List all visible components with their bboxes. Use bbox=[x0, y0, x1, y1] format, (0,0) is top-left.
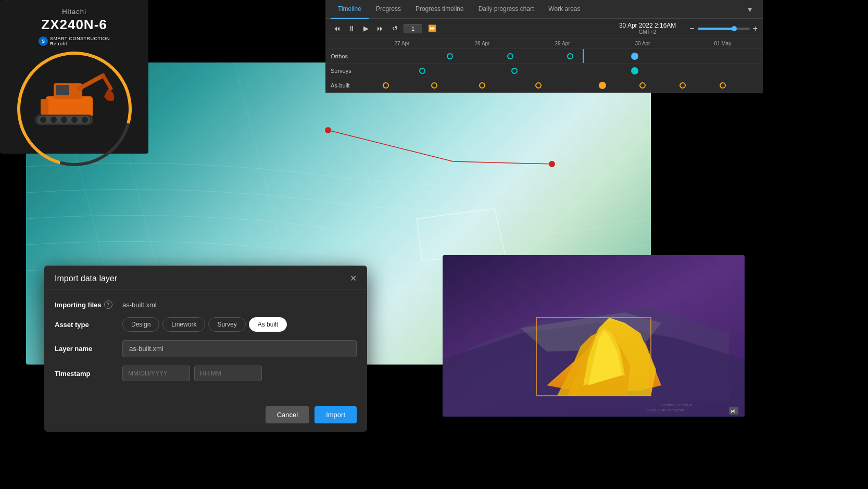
asbuilt-row: As-built bbox=[325, 78, 763, 93]
importing-files-label: Importing files ? bbox=[55, 300, 122, 309]
timestamp-time-input[interactable] bbox=[194, 366, 262, 381]
timestamp-tz: GMT+2 bbox=[619, 29, 676, 35]
surveys-dot-3[interactable] bbox=[631, 67, 638, 74]
timestamp-main: 30 Apr 2022 2:16AM bbox=[619, 22, 676, 29]
svg-point-15 bbox=[61, 117, 67, 123]
hitachi-model: ZX240N-6 bbox=[41, 17, 107, 33]
timeline-controls: ⏮ ⏸ ▶ ⏭ ↺ ⏩ 30 Apr 2022 2:16AM GMT+2 − + bbox=[325, 19, 763, 39]
import-button[interactable]: Import bbox=[315, 406, 357, 423]
timestamp-inputs bbox=[122, 366, 262, 381]
help-icon[interactable]: ? bbox=[104, 300, 112, 309]
date-30apr: 30 Apr bbox=[602, 41, 683, 46]
zoom-slider[interactable] bbox=[698, 28, 750, 30]
zoom-slider-fill bbox=[698, 28, 734, 30]
surveys-row: Surveys bbox=[325, 64, 763, 78]
asbuilt-dot-6[interactable] bbox=[639, 82, 646, 89]
timestamp-date-input[interactable] bbox=[122, 366, 190, 381]
orthos-row: Orthos bbox=[325, 49, 763, 64]
dialog-header: Import data layer ✕ bbox=[44, 266, 367, 290]
svg-point-13 bbox=[40, 117, 46, 123]
terrain-3d-svg: Scale 0.06-25m/25m Centros 112,936 m Pi bbox=[443, 255, 745, 417]
tab-work-areas[interactable]: Work areas bbox=[541, 0, 587, 19]
play-pause-button[interactable]: ⏸ bbox=[346, 23, 358, 33]
date-28apr: 28 Apr bbox=[442, 41, 522, 46]
import-dialog: Import data layer ✕ Importing files ? as… bbox=[44, 266, 367, 432]
svg-line-3 bbox=[453, 161, 552, 164]
tab-progress-timeline[interactable]: Progress timeline bbox=[408, 0, 471, 19]
surveys-dot-1[interactable] bbox=[419, 68, 425, 74]
asbuilt-dot-2[interactable] bbox=[431, 82, 437, 89]
svg-rect-18 bbox=[41, 99, 48, 115]
layer-name-row: Layer name bbox=[55, 340, 357, 357]
asset-type-asbuilt[interactable]: As built bbox=[249, 317, 287, 332]
zoom-in-button[interactable]: + bbox=[753, 24, 758, 33]
svg-rect-5 bbox=[46, 96, 93, 117]
dialog-close-button[interactable]: ✕ bbox=[350, 274, 357, 283]
timeline-panel: Timeline Progress Progress timeline Dail… bbox=[325, 0, 763, 93]
orthos-dot-1[interactable] bbox=[447, 53, 453, 59]
asset-type-buttons: Design Linework Survey As built bbox=[122, 317, 287, 332]
svg-text:Scale 0.06-25m/25m: Scale 0.06-25m/25m bbox=[646, 408, 684, 412]
tab-progress[interactable]: Progress bbox=[369, 0, 408, 19]
excavator-display bbox=[17, 52, 132, 146]
dialog-body: Importing files ? as-built.xml Asset typ… bbox=[44, 290, 367, 400]
importing-files-value: as-built.xml bbox=[122, 301, 157, 309]
skip-back-button[interactable]: ⏮ bbox=[331, 23, 343, 33]
svg-point-2 bbox=[451, 160, 455, 163]
tab-daily-progress[interactable]: Daily progress chart bbox=[471, 0, 542, 19]
sc-brand: SMART CONSTRUCTION bbox=[50, 36, 110, 41]
sc-product: Retrofit bbox=[50, 41, 110, 46]
orthos-dot-4[interactable] bbox=[631, 53, 638, 60]
excavator-image bbox=[28, 62, 121, 135]
svg-point-4 bbox=[549, 161, 555, 167]
asset-type-linework[interactable]: Linework bbox=[162, 317, 205, 332]
orthos-dot-3[interactable] bbox=[567, 53, 573, 59]
timestamp-row: Timestamp bbox=[55, 366, 357, 381]
timestamp-display: 30 Apr 2022 2:16AM GMT+2 bbox=[619, 22, 676, 35]
asbuilt-dot-8[interactable] bbox=[720, 82, 726, 89]
timeline-tabs: Timeline Progress Progress timeline Dail… bbox=[325, 0, 763, 19]
orthos-dot-2[interactable] bbox=[507, 53, 513, 59]
asbuilt-dot-1[interactable] bbox=[383, 82, 389, 89]
svg-text:Pi: Pi bbox=[731, 409, 736, 414]
date-27apr: 27 Apr bbox=[362, 41, 442, 46]
orthos-track bbox=[362, 49, 763, 63]
dialog-footer: Cancel Import bbox=[44, 400, 367, 432]
asbuilt-dot-3[interactable] bbox=[479, 82, 485, 89]
surveys-dot-2[interactable] bbox=[511, 68, 518, 74]
frame-number-input[interactable] bbox=[404, 24, 422, 33]
layer-name-label: Layer name bbox=[55, 345, 122, 353]
layer-name-input[interactable] bbox=[122, 340, 357, 357]
forward-button[interactable]: ⏩ bbox=[425, 23, 439, 33]
orthos-label: Orthos bbox=[325, 53, 362, 59]
svg-text:Centros 112,936 m: Centros 112,936 m bbox=[661, 403, 693, 407]
repeat-button[interactable]: ↺ bbox=[389, 23, 400, 33]
asset-type-row: Asset type Design Linework Survey As bui… bbox=[55, 317, 357, 332]
play-button[interactable]: ▶ bbox=[361, 23, 371, 33]
svg-point-16 bbox=[71, 117, 78, 123]
svg-point-0 bbox=[325, 127, 331, 133]
dialog-title: Import data layer bbox=[55, 274, 117, 283]
timestamp-label: Timestamp bbox=[55, 370, 122, 378]
asbuilt-track bbox=[362, 78, 763, 92]
asset-type-label: Asset type bbox=[55, 321, 122, 329]
asbuilt-dot-4[interactable] bbox=[535, 82, 542, 89]
asbuilt-dot-7[interactable] bbox=[680, 82, 686, 89]
asset-type-design[interactable]: Design bbox=[122, 317, 159, 332]
svg-line-9 bbox=[80, 76, 103, 88]
asset-type-survey[interactable]: Survey bbox=[208, 317, 245, 332]
zoom-out-button[interactable]: − bbox=[689, 24, 694, 33]
sc-badge: S SMART CONSTRUCTION Retrofit bbox=[39, 36, 110, 46]
skip-forward-button[interactable]: ⏭ bbox=[374, 23, 386, 33]
svg-point-14 bbox=[51, 117, 57, 123]
importing-files-row: Importing files ? as-built.xml bbox=[55, 300, 357, 309]
timeline-dropdown[interactable]: ▼ bbox=[742, 3, 758, 16]
current-time-line bbox=[583, 49, 584, 63]
surveys-label: Surveys bbox=[325, 68, 362, 74]
asbuilt-dot-5[interactable] bbox=[599, 82, 606, 89]
cancel-button[interactable]: Cancel bbox=[266, 406, 309, 423]
tab-timeline[interactable]: Timeline bbox=[331, 0, 369, 19]
date-01may: 01 May bbox=[683, 41, 763, 46]
excavator-svg bbox=[30, 65, 119, 133]
asbuilt-label: As-built bbox=[325, 82, 362, 89]
